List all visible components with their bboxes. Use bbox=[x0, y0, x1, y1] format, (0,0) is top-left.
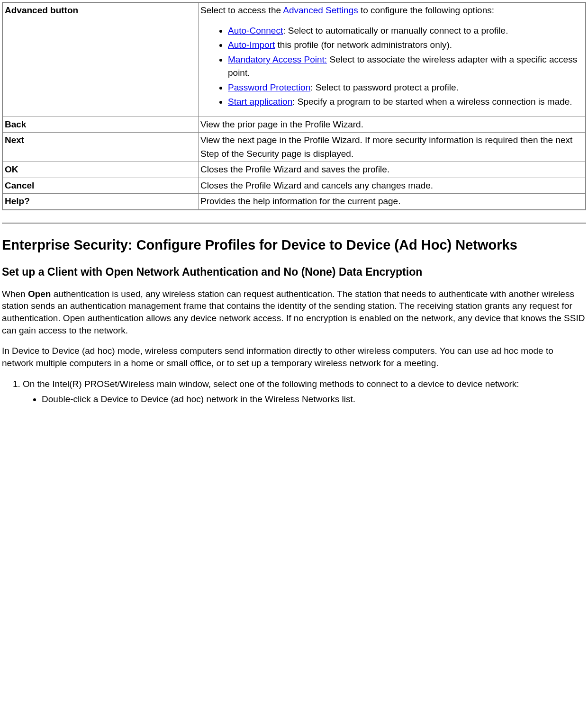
row-desc-help: Provides the help information for the cu… bbox=[199, 194, 586, 210]
row-name-ok: OK bbox=[2, 162, 199, 178]
list-item: Password Protection: Select to password … bbox=[228, 81, 583, 95]
row-name-cancel: Cancel bbox=[2, 178, 199, 194]
row-name-back: Back bbox=[2, 117, 199, 133]
item-text: this profile (for network administrators… bbox=[275, 40, 452, 50]
row-desc-next: View the next page in the Profile Wizard… bbox=[199, 133, 586, 162]
settings-table: Advanced button Select to access the Adv… bbox=[2, 2, 586, 210]
row-desc-ok: Closes the Profile Wizard and saves the … bbox=[199, 162, 586, 178]
link-mandatory-access-point[interactable]: Mandatory Access Point: bbox=[228, 54, 327, 64]
list-item: Mandatory Access Point: Select to associ… bbox=[228, 53, 583, 80]
paragraph-open-auth: When Open authentication is used, any wi… bbox=[2, 288, 586, 337]
row-desc-back: View the prior page in the Profile Wizar… bbox=[199, 117, 586, 133]
link-start-application[interactable]: Start application bbox=[228, 97, 292, 107]
heading-setup-client: Set up a Client with Open Network Authen… bbox=[2, 265, 586, 279]
step-item: On the Intel(R) PROSet/Wireless main win… bbox=[23, 378, 586, 406]
divider bbox=[2, 223, 586, 224]
advanced-options-list: Auto-Connect: Select to automatically or… bbox=[200, 24, 583, 109]
heading-enterprise-security: Enterprise Security: Configure Profiles … bbox=[2, 236, 586, 254]
sub-list: Double-click a Device to Device (ad hoc)… bbox=[23, 393, 586, 406]
link-password-protection[interactable]: Password Protection bbox=[228, 82, 310, 92]
list-item: Start application: Specify a program to … bbox=[228, 95, 583, 109]
item-text: : Select to password protect a profile. bbox=[310, 82, 459, 92]
para1-bold: Open bbox=[28, 289, 51, 299]
table-row: Cancel Closes the Profile Wizard and can… bbox=[2, 178, 586, 194]
list-item: Auto-Import this profile (for network ad… bbox=[228, 38, 583, 52]
row-name-advanced-button: Advanced button bbox=[2, 2, 199, 117]
step-text: On the Intel(R) PROSet/Wireless main win… bbox=[23, 379, 519, 389]
item-text: : Select to automatically or manually co… bbox=[283, 26, 508, 36]
row-name-next: Next bbox=[2, 133, 199, 162]
link-auto-connect[interactable]: Auto-Connect bbox=[228, 26, 283, 36]
table-row: OK Closes the Profile Wizard and saves t… bbox=[2, 162, 586, 178]
paragraph-adhoc: In Device to Device (ad hoc) mode, wirel… bbox=[2, 345, 586, 369]
para1-prefix: When bbox=[2, 289, 28, 299]
list-item: Auto-Connect: Select to automatically or… bbox=[228, 24, 583, 38]
link-auto-import[interactable]: Auto-Import bbox=[228, 40, 275, 50]
table-row: Help? Provides the help information for … bbox=[2, 194, 586, 210]
row-desc-cancel: Closes the Profile Wizard and cancels an… bbox=[199, 178, 586, 194]
link-advanced-settings[interactable]: Advanced Settings bbox=[283, 5, 358, 15]
steps-list: On the Intel(R) PROSet/Wireless main win… bbox=[2, 378, 586, 406]
item-text: : Specify a program to be started when a… bbox=[292, 97, 572, 107]
table-row: Back View the prior page in the Profile … bbox=[2, 117, 586, 133]
row-desc-advanced-button: Select to access the Advanced Settings t… bbox=[199, 2, 586, 117]
desc-prefix: Select to access the bbox=[200, 5, 283, 15]
para1-suffix: authentication is used, any wireless sta… bbox=[2, 289, 585, 335]
table-row: Advanced button Select to access the Adv… bbox=[2, 2, 586, 117]
table-row: Next View the next page in the Profile W… bbox=[2, 133, 586, 162]
desc-suffix: to configure the following options: bbox=[358, 5, 494, 15]
sub-item: Double-click a Device to Device (ad hoc)… bbox=[42, 393, 586, 406]
row-name-help: Help? bbox=[2, 194, 199, 210]
